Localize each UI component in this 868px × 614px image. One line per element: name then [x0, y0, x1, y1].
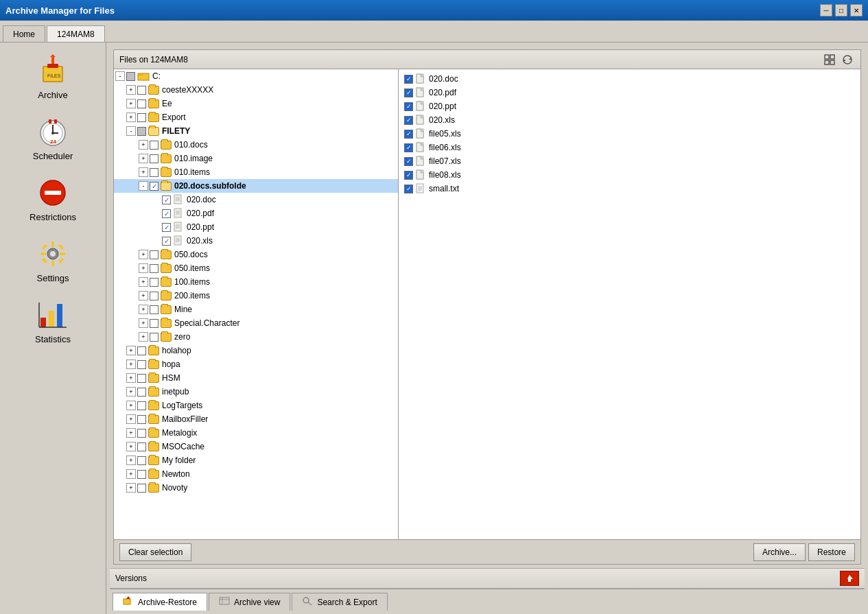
checkbox-ee[interactable]: [137, 99, 146, 108]
tree-node-020pdf[interactable]: 020.pdf: [114, 206, 398, 220]
checkbox-zero[interactable]: [150, 333, 159, 342]
expand-010image[interactable]: +: [139, 154, 148, 163]
tree-node-metalogix[interactable]: + Metalogix: [114, 426, 398, 440]
file-item-020xls[interactable]: 020.xls: [401, 113, 858, 127]
tab-124mam8[interactable]: 124MAM8: [47, 25, 105, 42]
minimize-button[interactable]: ─: [820, 4, 832, 16]
file-item-file07xls[interactable]: file07.xls: [401, 154, 858, 168]
view-icon-btn[interactable]: [822, 52, 837, 67]
tab-archive-view[interactable]: Archive view: [209, 593, 290, 611]
checkbox-hsm[interactable]: [137, 374, 146, 383]
checkbox-020ppt[interactable]: [162, 223, 171, 232]
checkbox-mailboxfiller[interactable]: [137, 415, 146, 424]
checkbox-mine[interactable]: [150, 305, 159, 314]
expand-020docssubfolde[interactable]: -: [139, 181, 148, 191]
expand-200items[interactable]: +: [139, 291, 148, 300]
tree-node-020doc[interactable]: 020.doc: [114, 193, 398, 206]
file-item-020pdf[interactable]: 020.pdf: [401, 86, 858, 99]
checkbox-myfolder[interactable]: [137, 456, 146, 465]
tree-node-020ppt[interactable]: 020.ppt: [114, 220, 398, 234]
file-checkbox-file08xls[interactable]: [404, 171, 413, 180]
upload-button[interactable]: [840, 571, 859, 586]
file-checkbox-file06xls[interactable]: [404, 143, 413, 152]
tree-node-mailboxfiller[interactable]: + MailboxFiller: [114, 412, 398, 426]
file-checkbox-020pdf[interactable]: [404, 88, 413, 97]
tree-node-100items[interactable]: + 100.items: [114, 275, 398, 289]
archive-button[interactable]: Archive...: [753, 543, 806, 561]
expand-ee[interactable]: +: [126, 99, 136, 108]
refresh-icon-btn[interactable]: [840, 52, 855, 67]
file-item-file05xls[interactable]: file05.xls: [401, 127, 858, 141]
sidebar-item-statistics[interactable]: Statistics: [8, 294, 97, 349]
expand-050docs[interactable]: +: [139, 250, 148, 259]
tree-node-c[interactable]: - C:: [114, 69, 398, 83]
expand-logtargets[interactable]: +: [126, 401, 136, 410]
tree-node-newton[interactable]: + Newton: [114, 467, 398, 481]
checkbox-100items[interactable]: [150, 278, 159, 287]
tree-node-coestexxxxx[interactable]: + coesteXXXXX: [114, 83, 398, 97]
checkbox-inetpub[interactable]: [137, 388, 146, 397]
tree-node-hopa[interactable]: + hopa: [114, 357, 398, 371]
tree-node-myfolder[interactable]: + My folder: [114, 453, 398, 467]
checkbox-020xls[interactable]: [162, 237, 171, 246]
checkbox-020docssubfolde[interactable]: [150, 182, 159, 191]
clear-selection-button[interactable]: Clear selection: [119, 543, 191, 561]
tree-node-020xls[interactable]: 020.xls: [114, 234, 398, 248]
file-checkbox-020ppt[interactable]: [404, 102, 413, 111]
file-item-smalltxt[interactable]: small.txt: [401, 182, 858, 196]
restore-button[interactable]: Restore: [808, 543, 855, 561]
tree-node-specialchar[interactable]: + Special.Character: [114, 316, 398, 330]
expand-mine[interactable]: +: [139, 305, 148, 314]
expand-holahop[interactable]: +: [126, 346, 136, 355]
tree-node-050items[interactable]: + 050.items: [114, 261, 398, 275]
expand-010items[interactable]: +: [139, 167, 148, 177]
tab-home[interactable]: Home: [3, 25, 45, 42]
expand-export[interactable]: +: [126, 113, 136, 122]
checkbox-050docs[interactable]: [150, 250, 159, 259]
tree-node-inetpub[interactable]: + inetpub: [114, 385, 398, 399]
sidebar-item-settings[interactable]: Settings: [8, 233, 97, 288]
checkbox-c[interactable]: [126, 72, 135, 81]
checkbox-newton[interactable]: [137, 470, 146, 479]
file-list-pane[interactable]: 020.doc 020.pdf 020.ppt: [399, 69, 860, 539]
tree-pane[interactable]: - C: + coesteXXXXX +: [114, 69, 399, 539]
checkbox-specialchar[interactable]: [150, 319, 159, 328]
expand-100items[interactable]: +: [139, 277, 148, 287]
expand-zero[interactable]: +: [139, 332, 148, 342]
tree-node-novoty[interactable]: + Novoty: [114, 481, 398, 495]
checkbox-010docs[interactable]: [150, 141, 159, 150]
checkbox-metalogix[interactable]: [137, 429, 146, 438]
checkbox-050items[interactable]: [150, 264, 159, 273]
sidebar-item-scheduler[interactable]: 24 Scheduler: [8, 110, 97, 166]
file-item-file06xls[interactable]: file06.xls: [401, 141, 858, 154]
checkbox-msocache[interactable]: [137, 442, 146, 451]
tree-node-ee[interactable]: + Ee: [114, 97, 398, 110]
tree-node-logtargets[interactable]: + LogTargets: [114, 399, 398, 412]
tree-node-010items[interactable]: + 010.items: [114, 165, 398, 179]
tree-node-holahop[interactable]: + holahop: [114, 344, 398, 357]
tree-node-zero[interactable]: + zero: [114, 330, 398, 344]
file-checkbox-020doc[interactable]: [404, 75, 413, 84]
file-item-020doc[interactable]: 020.doc: [401, 72, 858, 86]
expand-coestexxxxx[interactable]: +: [126, 85, 136, 95]
expand-050items[interactable]: +: [139, 263, 148, 273]
tree-node-msocache[interactable]: + MSOCache: [114, 440, 398, 453]
expand-filety[interactable]: -: [126, 126, 136, 136]
file-checkbox-file05xls[interactable]: [404, 130, 413, 139]
expand-mailboxfiller[interactable]: +: [126, 414, 136, 424]
tab-search-export[interactable]: Search & Export: [292, 593, 387, 611]
tree-node-hsm[interactable]: + HSM: [114, 371, 398, 385]
tree-node-mine[interactable]: + Mine: [114, 303, 398, 316]
tree-node-filety[interactable]: - FILETY: [114, 124, 398, 138]
expand-myfolder[interactable]: +: [126, 456, 136, 465]
file-checkbox-file07xls[interactable]: [404, 157, 413, 166]
file-item-020ppt[interactable]: 020.ppt: [401, 99, 858, 113]
sidebar-item-archive[interactable]: FILES Archive: [8, 49, 97, 105]
tree-node-200items[interactable]: + 200.items: [114, 289, 398, 303]
checkbox-holahop[interactable]: [137, 346, 146, 355]
checkbox-logtargets[interactable]: [137, 401, 146, 410]
expand-inetpub[interactable]: +: [126, 387, 136, 397]
checkbox-filety[interactable]: [137, 127, 146, 136]
expand-novoty[interactable]: +: [126, 483, 136, 493]
tree-node-export[interactable]: + Export: [114, 110, 398, 124]
